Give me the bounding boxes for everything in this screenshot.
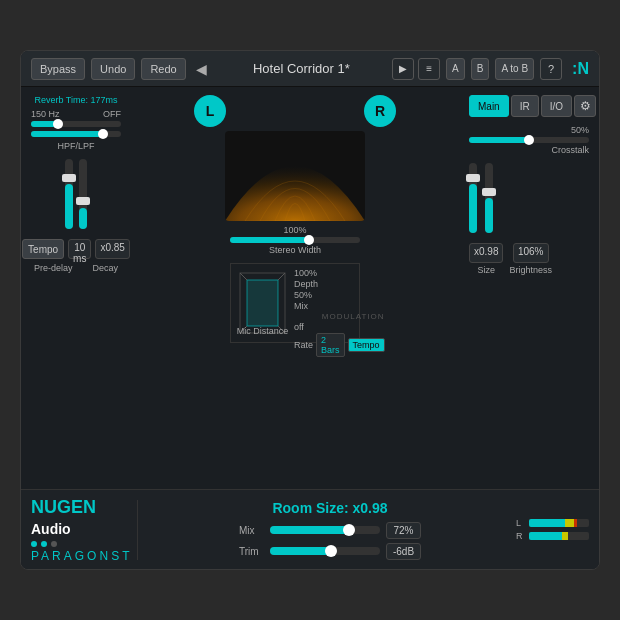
brand-nugen-text: NUGEN: [31, 497, 96, 517]
mic-dist-label: Mic Distance: [235, 326, 290, 336]
right-fader-2-thumb: [482, 188, 496, 196]
r-meter-yellow: [562, 532, 568, 540]
ir-display: [225, 131, 365, 221]
rate-row: Rate 2 Bars Tempo: [294, 333, 385, 357]
right-fader-2-track[interactable]: [485, 163, 493, 233]
b-button[interactable]: B: [471, 58, 490, 80]
mix-value: 72%: [386, 522, 421, 539]
size-group: x0.98 Size: [469, 243, 503, 275]
hpf-slider-row: [31, 131, 121, 137]
mix-row: Mix 72%: [239, 522, 421, 539]
l-meter-label: L: [516, 518, 526, 528]
center-panel: L R: [129, 95, 461, 489]
brightness-value: 106%: [513, 243, 549, 263]
right-fader-1-fill: [469, 184, 477, 233]
stereo-width-track[interactable]: [230, 237, 360, 243]
io-tab[interactable]: I/O: [541, 95, 572, 117]
svg-line-3: [278, 273, 285, 280]
l-meter-bar: [529, 519, 589, 527]
crosstalk-label: Crosstalk: [469, 145, 589, 155]
brightness-label: Brightness: [509, 265, 552, 275]
main-area: Reverb Time: 177ms 150 Hz OFF: [21, 87, 599, 489]
dot-2: [41, 541, 47, 547]
l-meter-red: [574, 519, 577, 527]
st-text: ST: [111, 549, 132, 563]
mix-label: Mix: [239, 525, 264, 536]
depth-row: Depth: [294, 279, 385, 289]
redo-button[interactable]: Redo: [141, 58, 185, 80]
gear-button[interactable]: ⚙: [574, 95, 596, 117]
right-fader-track[interactable]: [79, 159, 87, 229]
right-fader-fill: [79, 208, 87, 229]
a-button[interactable]: A: [446, 58, 465, 80]
ir-tab[interactable]: IR: [511, 95, 539, 117]
r-meter-green: [529, 532, 562, 540]
trim-fill: [270, 547, 331, 555]
r-button[interactable]: R: [364, 95, 396, 127]
hpf-slider-thumb: [98, 129, 108, 139]
left-panel: Reverb Time: 177ms 150 Hz OFF: [31, 95, 121, 489]
faders-row: [31, 159, 121, 229]
svg-line-2: [240, 273, 247, 280]
hpf-slider-fill: [31, 131, 103, 137]
mix-trim-section: Mix 72% Trim -6dB: [239, 522, 421, 560]
undo-button[interactable]: Undo: [91, 58, 135, 80]
decay-label: Decay: [93, 263, 119, 273]
off-label: off: [294, 322, 304, 332]
stereo-width-pct: 100%: [283, 225, 306, 235]
top-bar: Bypass Undo Redo ◀ Hotel Corridor 1* ▶ ≡…: [21, 51, 599, 87]
left-fader: [65, 159, 73, 229]
prev-preset-button[interactable]: ◀: [192, 61, 211, 77]
brightness-group: 106% Brightness: [509, 243, 552, 275]
n-logo: :N: [572, 60, 589, 78]
predelay-label: Pre-delay: [34, 263, 73, 273]
off-label: OFF: [103, 109, 121, 119]
trim-row: Trim -6dB: [239, 543, 421, 560]
l-meter-yellow: [565, 519, 574, 527]
dot-1: [31, 541, 37, 547]
mix-track[interactable]: [270, 526, 380, 534]
room-size-section: Room Size: x0.98 Mix 72% Trim: [154, 500, 506, 560]
hz-slider-track[interactable]: [31, 121, 121, 127]
hz-label: 150 Hz: [31, 109, 60, 119]
meter-section: L R: [516, 518, 589, 541]
reverb-time-label: Reverb Time: 177ms: [34, 95, 117, 105]
off-row: off: [294, 322, 385, 332]
trim-thumb: [325, 545, 337, 557]
right-fader-1: [469, 163, 477, 233]
size-label: Size: [477, 265, 495, 275]
trim-track[interactable]: [270, 547, 380, 555]
left-fader-track[interactable]: [65, 159, 73, 229]
hpf-slider-track[interactable]: [31, 131, 121, 137]
left-fader-thumb: [62, 174, 76, 182]
mix-mod-label: Mix: [294, 301, 308, 311]
right-fader-1-track[interactable]: [469, 163, 477, 233]
right-fader-thumb: [76, 197, 90, 205]
l-meter-green: [529, 519, 565, 527]
perspective-visual: Mic Distance: [235, 268, 290, 338]
main-tab[interactable]: Main: [469, 95, 509, 117]
help-button[interactable]: ?: [540, 58, 562, 80]
brand-paragon: PARAGONST: [31, 549, 132, 563]
decay-value: x0.85: [95, 239, 129, 259]
brand-audio-text: Audio: [31, 521, 71, 537]
room-size-label: Room Size: x0.98: [272, 500, 387, 516]
atob-button[interactable]: A to B: [495, 58, 534, 80]
l-button[interactable]: L: [194, 95, 226, 127]
paragon-text: PARAGON: [31, 549, 111, 563]
plugin-container: Bypass Undo Redo ◀ Hotel Corridor 1* ▶ ≡…: [20, 50, 600, 570]
right-fader: [79, 159, 87, 229]
crosstalk-row: 50% Crosstalk: [469, 125, 589, 155]
rate-label: Rate: [294, 340, 313, 350]
stereo-width-fill: [230, 237, 308, 243]
hpf-lpf-label: HPF/LPF: [57, 141, 94, 151]
crosstalk-label-row: 50%: [469, 125, 589, 135]
list-button[interactable]: ≡: [418, 58, 440, 80]
tempo-button[interactable]: Tempo: [22, 239, 64, 259]
right-fader-2-fill: [485, 198, 493, 233]
size-brightness: x0.98 Size 106% Brightness: [469, 243, 552, 275]
divider: [137, 500, 138, 560]
crosstalk-track[interactable]: [469, 137, 589, 143]
bypass-button[interactable]: Bypass: [31, 58, 85, 80]
play-button[interactable]: ▶: [392, 58, 414, 80]
